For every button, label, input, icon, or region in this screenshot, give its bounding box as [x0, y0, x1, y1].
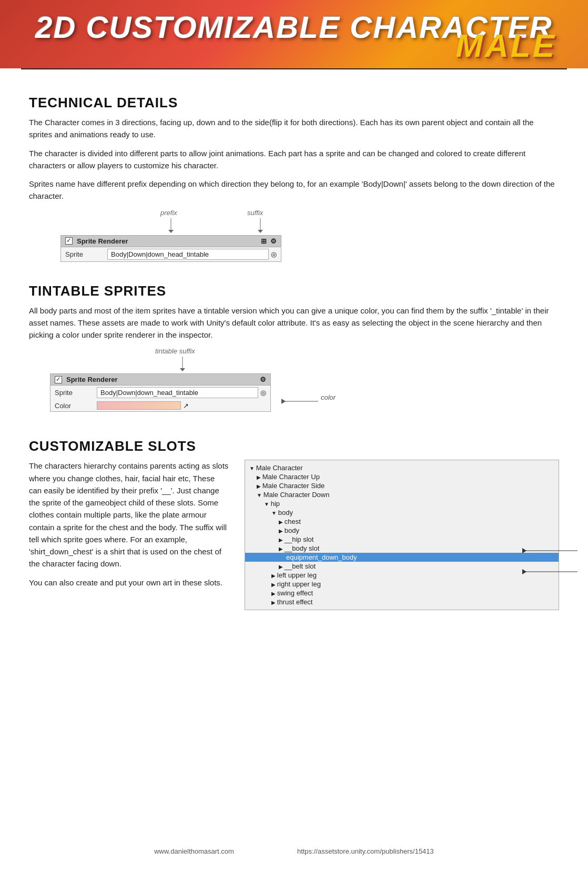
- prefix-arrow: [166, 218, 208, 233]
- tintable-sprite-row: Sprite Body|Down|down_head_tintable ◎: [50, 386, 270, 400]
- tintable-sprite-label: Sprite: [55, 389, 97, 397]
- tintable-color-label: Color: [55, 402, 97, 410]
- h-thrust-effect: thrust effect: [245, 597, 559, 606]
- technical-para2: The character is divided into different …: [29, 147, 559, 172]
- sprite-renderer-icons: ⊞ ⚙: [261, 237, 277, 245]
- tintable-color-row: Color ↗: [50, 400, 270, 411]
- tintable-diagram: tintable suffix Sprite Renderer ⚙ Sprite: [50, 347, 559, 412]
- tintable-target-icon: ◎: [260, 389, 266, 397]
- color-annotation-wrap: color: [281, 393, 323, 411]
- h-male-character: Male Character: [245, 463, 559, 472]
- sprite-renderer-title: Sprite Renderer: [77, 237, 128, 245]
- svg-marker-5: [180, 368, 185, 371]
- h-right-upper-leg: right upper leg: [245, 580, 559, 589]
- slots-text: The characters hierarchy contains parent…: [29, 460, 229, 595]
- h-equipment-down-body: equipment_down_body: [245, 553, 559, 562]
- slots-para2: You can also create and put your own art…: [29, 576, 229, 589]
- h-body-slot: __body slot: [245, 544, 559, 553]
- suffix-arrow: [255, 218, 297, 233]
- h-hip-slot: __hip slot: [245, 535, 559, 544]
- svg-marker-9: [522, 548, 526, 553]
- h-male-character-side: Male Character Side: [245, 481, 559, 490]
- slots-right: Male Character Male Character Up Male Ch…: [245, 460, 559, 610]
- h-swing-effect: swing effect: [245, 589, 559, 597]
- color-swatch: [97, 401, 181, 410]
- tintable-sprite-box-wrap: Sprite Renderer ⚙ Sprite Body|Down|down_…: [50, 373, 559, 412]
- svg-marker-7: [281, 399, 286, 404]
- tintable-color-icon: ↗: [183, 402, 189, 410]
- tintable-checkbox-icon: [55, 376, 62, 383]
- slots-section-title: CUSTOMIZABLE SLOTS: [29, 438, 559, 454]
- tintable-suffix-label: tintable suffix: [155, 347, 195, 355]
- h-left-upper-leg: left upper leg: [245, 571, 559, 580]
- hierarchy-box: Male Character Male Character Up Male Ch…: [245, 460, 559, 610]
- checkbox-icon: [65, 237, 73, 245]
- sprite-renderer-box-tintable: Sprite Renderer ⚙ Sprite Body|Down|down_…: [50, 373, 271, 412]
- h-body-inner: body: [245, 526, 559, 535]
- slots-para: The characters hierarchy contains parent…: [29, 460, 229, 570]
- tintable-sr-title: Sprite Renderer: [66, 376, 118, 383]
- technical-para1: The Character comes in 3 directions, fac…: [29, 116, 559, 141]
- tintable-sr-icons: ⚙: [260, 376, 266, 383]
- technical-section-title: TECHNICAL DETAILS: [29, 95, 559, 111]
- h-male-character-up: Male Character Up: [245, 472, 559, 481]
- prefix-suffix-diagram: prefix suffix Sprite Renderer ⊞ ⚙: [60, 209, 559, 262]
- tintable-suffix-arrow: [177, 357, 188, 371]
- h-male-character-down: Male Character Down: [245, 490, 559, 499]
- prefix-label: prefix: [160, 209, 177, 217]
- header-title-male: MALE: [455, 27, 556, 64]
- tintable-sr-header: Sprite Renderer ⚙: [50, 374, 270, 386]
- footer-website: www.danielthomasart.com: [154, 847, 234, 855]
- svg-marker-11: [522, 569, 526, 574]
- h-chest: chest: [245, 517, 559, 526]
- main-content: TECHNICAL DETAILS The Character comes in…: [0, 69, 588, 631]
- svg-marker-1: [168, 230, 174, 233]
- slots-layout: The characters hierarchy contains parent…: [29, 460, 559, 610]
- page-header: 2D CUSTOMIZABLE CHARACTER MALE: [0, 0, 588, 68]
- svg-marker-3: [258, 230, 263, 233]
- tintable-sprite-value: Body|Down|down_head_tintable: [97, 387, 258, 398]
- color-annotation-label: color: [321, 393, 336, 401]
- sprite-target-icon: ◎: [271, 250, 277, 258]
- h-hip: hip: [245, 499, 559, 508]
- suffix-label: suffix: [247, 209, 263, 217]
- page-footer: www.danielthomasart.com https://assetsto…: [0, 847, 588, 855]
- h-belt-slot: __belt slot: [245, 562, 559, 571]
- footer-store-url: https://assetstore.unity.com/publishers/…: [297, 847, 434, 855]
- tintable-para1: All body parts and most of the item spri…: [29, 305, 559, 341]
- h-body: body: [245, 508, 559, 517]
- sprite-renderer-header: Sprite Renderer ⊞ ⚙: [61, 236, 281, 247]
- color-annotation-line: [281, 393, 323, 409]
- tintable-section-title: TINTABLE SPRITES: [29, 283, 559, 299]
- sprite-object-line: [522, 566, 580, 577]
- sprite-label: Sprite: [65, 250, 107, 258]
- parent-slot-line: [522, 545, 580, 556]
- sprite-value: Body|Down|down_head_tintable: [107, 249, 269, 260]
- sprite-renderer-box-technical: Sprite Renderer ⊞ ⚙ Sprite Body|Down|dow…: [60, 235, 281, 262]
- sprite-row: Sprite Body|Down|down_head_tintable ◎: [61, 247, 281, 261]
- technical-para3: Sprites name have different prefix depen…: [29, 178, 559, 202]
